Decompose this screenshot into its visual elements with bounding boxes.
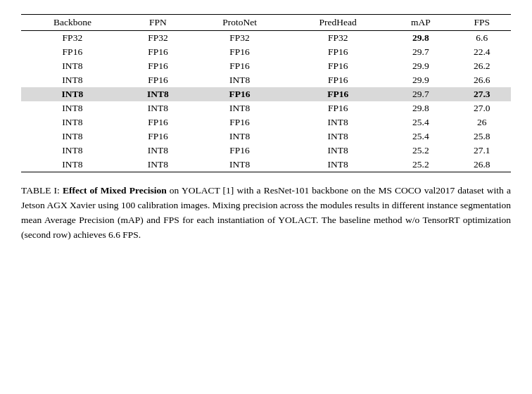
cell-fpn: FP32 — [124, 31, 192, 46]
cell-map: 29.7 — [388, 87, 452, 101]
table-row: INT8FP16FP16INT825.426 — [21, 115, 511, 129]
cell-protonet: FP16 — [192, 45, 287, 59]
cell-fps: 25.8 — [452, 129, 511, 144]
cell-fpn: FP16 — [124, 115, 192, 129]
cell-fpn: INT8 — [124, 158, 192, 172]
cell-fps: 26.6 — [452, 73, 511, 87]
table-row: INT8INT8FP16INT825.227.1 — [21, 144, 511, 158]
table-row: INT8INT8FP16FP1629.727.3 — [21, 87, 511, 101]
cell-predhead: INT8 — [287, 115, 388, 129]
col-protonet: ProtoNet — [192, 15, 287, 31]
cell-fps: 27.0 — [452, 101, 511, 115]
cell-protonet: FP16 — [192, 144, 287, 158]
cell-map: 29.8 — [388, 101, 452, 115]
cell-protonet: FP16 — [192, 115, 287, 129]
cell-fpn: FP16 — [124, 59, 192, 73]
caption-bold: Effect of Mixed Precision — [63, 185, 167, 196]
cell-predhead: FP16 — [287, 45, 388, 59]
cell-fpn: FP16 — [124, 73, 192, 87]
cell-backbone: INT8 — [21, 115, 124, 129]
cell-backbone: FP16 — [21, 45, 124, 59]
cell-predhead: FP16 — [287, 59, 388, 73]
cell-map: 25.4 — [388, 115, 452, 129]
table-row: INT8FP16INT8INT825.425.8 — [21, 129, 511, 144]
cell-predhead: INT8 — [287, 144, 388, 158]
table-header-row: Backbone FPN ProtoNet PredHead mAP FPS — [21, 15, 511, 31]
cell-fpn: INT8 — [124, 87, 192, 101]
cell-fps: 6.6 — [452, 31, 511, 46]
col-predhead: PredHead — [287, 15, 388, 31]
cell-fpn: INT8 — [124, 144, 192, 158]
col-fps: FPS — [452, 15, 511, 31]
caption-label: TABLE I: — [21, 185, 63, 196]
table-container: Backbone FPN ProtoNet PredHead mAP FPS F… — [21, 14, 511, 172]
cell-backbone: FP32 — [21, 31, 124, 46]
cell-predhead: INT8 — [287, 129, 388, 144]
cell-fpn: FP16 — [124, 45, 192, 59]
cell-fps: 26.2 — [452, 59, 511, 73]
cell-predhead: FP16 — [287, 101, 388, 115]
cell-backbone: INT8 — [21, 158, 124, 172]
table-row: INT8INT8INT8INT825.226.8 — [21, 158, 511, 172]
cell-protonet: FP16 — [192, 87, 287, 101]
cell-map: 25.4 — [388, 129, 452, 144]
cell-protonet: INT8 — [192, 158, 287, 172]
col-fpn: FPN — [124, 15, 192, 31]
table-row: FP16FP16FP16FP1629.722.4 — [21, 45, 511, 59]
cell-backbone: INT8 — [21, 101, 124, 115]
cell-map: 25.2 — [388, 144, 452, 158]
cell-fps: 26.8 — [452, 158, 511, 172]
cell-map: 29.7 — [388, 45, 452, 59]
col-map: mAP — [388, 15, 452, 31]
cell-predhead: FP16 — [287, 87, 388, 101]
cell-protonet: INT8 — [192, 129, 287, 144]
cell-fps: 26 — [452, 115, 511, 129]
cell-map: 29.8 — [388, 31, 452, 46]
cell-backbone: INT8 — [21, 129, 124, 144]
cell-map: 29.9 — [388, 73, 452, 87]
cell-map: 29.9 — [388, 59, 452, 73]
cell-predhead: FP32 — [287, 31, 388, 46]
cell-backbone: INT8 — [21, 59, 124, 73]
cell-predhead: INT8 — [287, 158, 388, 172]
cell-fpn: INT8 — [124, 101, 192, 115]
table-row: FP32FP32FP32FP3229.86.6 — [21, 31, 511, 46]
cell-fps: 27.1 — [452, 144, 511, 158]
table-row: INT8FP16FP16FP1629.926.2 — [21, 59, 511, 73]
cell-protonet: INT8 — [192, 101, 287, 115]
cell-backbone: INT8 — [21, 87, 124, 101]
cell-fps: 27.3 — [452, 87, 511, 101]
cell-protonet: INT8 — [192, 73, 287, 87]
col-backbone: Backbone — [21, 15, 124, 31]
cell-map: 25.2 — [388, 158, 452, 172]
cell-fpn: FP16 — [124, 129, 192, 144]
cell-fps: 22.4 — [452, 45, 511, 59]
cell-protonet: FP32 — [192, 31, 287, 46]
table-row: INT8FP16INT8FP1629.926.6 — [21, 73, 511, 87]
cell-backbone: INT8 — [21, 73, 124, 87]
table-row: INT8INT8INT8FP1629.827.0 — [21, 101, 511, 115]
cell-backbone: INT8 — [21, 144, 124, 158]
cell-predhead: FP16 — [287, 73, 388, 87]
results-table: Backbone FPN ProtoNet PredHead mAP FPS F… — [21, 14, 511, 172]
table-caption: TABLE I: Effect of Mixed Precision on YO… — [21, 184, 511, 243]
cell-protonet: FP16 — [192, 59, 287, 73]
